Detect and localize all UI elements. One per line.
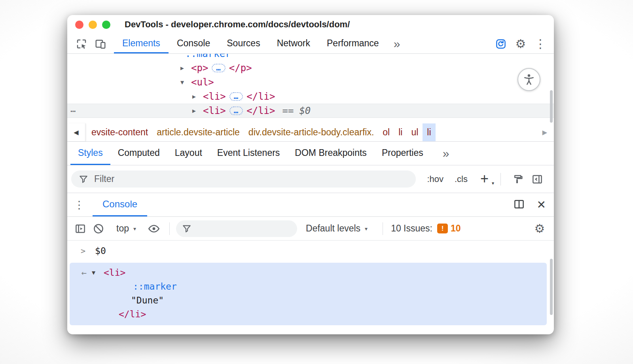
breadcrumb-scroll-left-icon[interactable]: ◀ [67, 123, 85, 141]
text-node-value: "Dune" [131, 294, 164, 307]
elements-scrollbar[interactable] [550, 90, 553, 123]
inline-expand-button[interactable]: … [229, 106, 243, 115]
main-toolbar: Elements Console Sources Network Perform… [67, 34, 554, 54]
marker-pseudo-label[interactable]: ::marker [185, 54, 231, 59]
log-levels-selector[interactable]: Default levels ▾ [306, 223, 368, 234]
echo-expression: $0 [95, 246, 106, 256]
console-scrollbar[interactable] [550, 259, 553, 315]
console-result-node[interactable]: ← ▼ <li> ::marker "Dune" </li> [70, 263, 547, 325]
tree-row-ul[interactable]: ▼ <ul> [67, 75, 554, 89]
issues-count: 10 [451, 223, 461, 234]
breadcrumb-item[interactable]: li [394, 123, 407, 141]
tree-row-li-1[interactable]: ▶ <li> … </li> [67, 89, 554, 104]
tree-row-p[interactable]: ▶ <p> … </p> [67, 61, 554, 75]
accessibility-overlay-button[interactable] [517, 68, 540, 91]
settings-gear-icon[interactable]: ⚙ [514, 38, 528, 50]
split-panel-icon[interactable] [513, 198, 525, 212]
equals-sign: == [282, 105, 294, 116]
tab-elements[interactable]: Elements [114, 34, 169, 53]
p-open-tag: <p> [191, 63, 208, 74]
filter-funnel-icon [78, 174, 89, 184]
tab-console[interactable]: Console [169, 34, 218, 53]
dom-tree-scroll: ::marker ▶ <p> … </p> ▼ <ul> ▶ <l [67, 54, 554, 118]
more-options-icon[interactable]: ⋮ [533, 38, 548, 50]
divider [500, 173, 501, 186]
li-close-tag: </li> [119, 307, 146, 321]
tab-properties[interactable]: Properties [374, 142, 431, 165]
plus-icon: + [480, 171, 489, 187]
devtools-window: DevTools - developer.chrome.com/docs/dev… [67, 15, 554, 334]
new-style-rule-button[interactable]: + ▾ [480, 173, 489, 185]
li-open-tag: <li> [104, 266, 125, 280]
inline-expand-button[interactable]: … [212, 64, 225, 72]
tree-row-marker[interactable]: ::marker [67, 54, 554, 61]
tab-dom-breakpoints[interactable]: DOM Breakpoints [287, 142, 374, 165]
tab-console-drawer[interactable]: Console [93, 193, 147, 216]
rendering-brush-icon[interactable] [509, 173, 528, 185]
tab-sources[interactable]: Sources [218, 34, 268, 53]
breadcrumb-item-selected[interactable]: li [423, 123, 435, 141]
minimize-window-button[interactable] [89, 21, 97, 29]
zoom-window-button[interactable] [102, 21, 110, 29]
live-expression-eye-icon[interactable] [145, 222, 163, 235]
console-toolbar: top ▾ Default levels ▾ 10 Issues: ! 10 [67, 217, 554, 241]
tab-layout[interactable]: Layout [167, 142, 210, 165]
drawer-more-tools-icon[interactable]: ⋮ [71, 193, 87, 216]
tree-row-li-selected[interactable]: ⋯ ▶ <li> … </li> == $0 [67, 104, 554, 118]
breadcrumb-item[interactable]: evsite-content [87, 123, 152, 141]
panel-tabs: Elements Console Sources Network Perform… [114, 34, 406, 53]
ul-open-tag: <ul> [191, 77, 214, 88]
breadcrumb-item[interactable]: article.devsite-article [152, 123, 244, 141]
dock-sidebar-icon[interactable] [528, 173, 547, 185]
issues-counter[interactable]: 10 Issues: ! 10 [391, 223, 461, 234]
close-window-button[interactable] [75, 21, 83, 29]
breadcrumb-item[interactable]: ol [378, 123, 394, 141]
tab-network[interactable]: Network [269, 34, 318, 53]
li-open-tag: <li> [203, 105, 226, 116]
elements-dom-tree: ::marker ▶ <p> … </p> ▼ <ul> ▶ <l [67, 54, 554, 123]
close-drawer-icon[interactable]: ✕ [537, 198, 546, 211]
collapse-arrow-icon[interactable]: ▼ [92, 266, 104, 280]
chevron-down-icon: ▾ [133, 226, 136, 232]
tab-computed[interactable]: Computed [110, 142, 167, 165]
styles-tab-bar: Styles Computed Layout Event Listeners D… [67, 142, 554, 165]
tab-event-listeners[interactable]: Event Listeners [210, 142, 288, 165]
expand-arrow-icon[interactable]: ▶ [192, 93, 203, 100]
cast-refresh-icon[interactable] [494, 38, 508, 50]
expand-arrow-icon[interactable]: ▶ [180, 64, 191, 72]
expand-arrow-icon[interactable]: ▶ [192, 107, 203, 114]
breadcrumb-list: evsite-content article.devsite-article d… [85, 123, 536, 141]
execution-context-selector[interactable]: top ▾ [116, 223, 136, 234]
device-toolbar-icon[interactable] [91, 34, 110, 53]
chevron-down-icon: ▾ [492, 182, 494, 186]
traffic-lights [75, 21, 110, 29]
tab-performance[interactable]: Performance [318, 34, 387, 53]
console-input-echo[interactable]: > $0 [67, 242, 554, 260]
marker-pseudo-label[interactable]: ::marker [133, 280, 177, 294]
console-filter-input[interactable] [176, 220, 297, 237]
row-menu-icon[interactable]: ⋯ [70, 104, 76, 118]
clear-console-icon[interactable] [89, 223, 108, 235]
tab-styles[interactable]: Styles [70, 142, 110, 165]
breadcrumb-item[interactable]: ul [407, 123, 423, 141]
toggle-element-state-button[interactable]: :hov [427, 174, 443, 184]
returned-value-icon: ← [76, 266, 92, 280]
toggle-class-button[interactable]: .cls [455, 174, 468, 184]
divider [169, 222, 170, 235]
console-sidebar-icon[interactable] [71, 223, 89, 235]
breadcrumb-scroll-right-icon[interactable]: ▶ [536, 123, 554, 141]
inline-expand-button[interactable]: … [229, 92, 243, 101]
breadcrumb-item[interactable]: div.devsite-article-body.clearfix. [244, 123, 378, 141]
collapse-arrow-icon[interactable]: ▼ [180, 79, 191, 86]
li-close-tag: </li> [246, 91, 275, 102]
li-open-tag: <li> [203, 91, 226, 102]
drawer-right-controls: ✕ [513, 193, 546, 216]
inspect-element-icon[interactable] [72, 34, 91, 53]
toolbar-right-controls: ⚙ ⋮ [494, 34, 554, 53]
styles-filter-input[interactable]: Filter [71, 171, 416, 188]
levels-label: Default levels [306, 223, 360, 234]
more-panels-icon[interactable]: » [387, 34, 407, 53]
li-close-tag: </li> [246, 105, 275, 116]
console-settings-gear-icon[interactable]: ⚙ [533, 223, 547, 235]
more-style-tabs-icon[interactable]: » [436, 142, 456, 165]
